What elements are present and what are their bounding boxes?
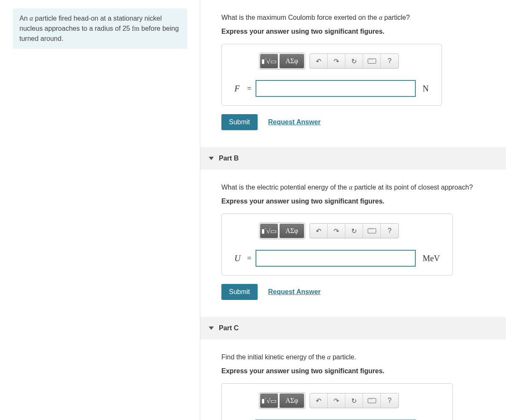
equals-sign: = <box>247 84 251 93</box>
part-b-title: Part B <box>219 155 239 162</box>
keyboard-button[interactable] <box>363 224 381 238</box>
toolbar-group-actions: ↶ ↷ ↻ ? <box>310 393 399 408</box>
request-answer-link[interactable]: Request Answer <box>268 118 321 126</box>
part-a-instruction: Express your answer using two significan… <box>221 28 493 35</box>
answer-input-a[interactable] <box>256 80 416 97</box>
part-c-instruction: Express your answer using two significan… <box>221 367 493 375</box>
request-answer-link[interactable]: Request Answer <box>268 288 321 296</box>
toolbar-group-math: ▮▫√▭ ΑΣφ <box>259 222 305 239</box>
part-c-title: Part C <box>219 324 239 332</box>
part-a-actions: Submit Request Answer <box>221 114 493 130</box>
redo-button[interactable]: ↷ <box>328 54 345 68</box>
part-a-question: What is the maximum Coulomb force exerte… <box>221 13 493 23</box>
unit-fm: fm <box>132 25 140 32</box>
alpha-symbol: α <box>379 14 382 21</box>
submit-button[interactable]: Submit <box>221 114 258 130</box>
greek-button[interactable]: ΑΣφ <box>280 393 304 408</box>
input-row: F = N <box>234 80 429 97</box>
problem-statement: An α particle fired head-on at a station… <box>13 8 187 49</box>
templates-button[interactable]: ▮▫√▭ <box>260 224 278 238</box>
part-c-question: Find the initial kinetic energy of the α… <box>221 352 493 362</box>
part-b-content: What is the electric potential energy of… <box>200 170 506 317</box>
input-row: U = MeV <box>234 250 440 267</box>
alpha-symbol: α <box>327 353 331 361</box>
keyboard-button[interactable] <box>363 393 381 408</box>
equation-toolbar: ▮▫√▭ ΑΣφ ↶ ↷ ↻ ? <box>234 222 440 239</box>
equation-toolbar: ▮▫√▭ ΑΣφ ↶ ↷ ↻ ? <box>234 53 429 70</box>
part-c-header[interactable]: Part C <box>200 317 506 340</box>
caret-down-icon <box>209 326 214 330</box>
toolbar-group-math: ▮▫√▭ ΑΣφ <box>259 53 305 70</box>
part-b-instruction: Express your answer using two significan… <box>221 198 493 205</box>
redo-button[interactable]: ↷ <box>328 393 345 408</box>
variable-label: U <box>234 254 243 263</box>
part-b-actions: Submit Request Answer <box>221 284 493 300</box>
submit-button[interactable]: Submit <box>221 284 258 300</box>
keyboard-icon <box>368 398 376 403</box>
part-a-answer-box: ▮▫√▭ ΑΣφ ↶ ↷ ↻ ? F = N <box>221 44 442 106</box>
greek-button[interactable]: ΑΣφ <box>280 224 304 238</box>
keyboard-icon <box>368 228 376 233</box>
variable-label: F <box>234 84 243 94</box>
unit-label: N <box>423 84 428 94</box>
reset-button[interactable]: ↻ <box>345 54 363 68</box>
unit-label: MeV <box>423 254 440 263</box>
part-b-question: What is the electric potential energy of… <box>221 182 493 193</box>
part-c-content: Find the initial kinetic energy of the α… <box>200 340 506 420</box>
reset-button[interactable]: ↻ <box>345 224 363 238</box>
part-c-answer-box: ▮▫√▭ ΑΣφ ↶ ↷ ↻ ? K = MeV <box>221 383 453 420</box>
undo-button[interactable]: ↶ <box>310 54 328 68</box>
help-button[interactable]: ? <box>381 224 398 238</box>
left-column: An α particle fired head-on at a station… <box>0 0 200 420</box>
alpha-symbol: α <box>349 184 352 191</box>
help-button[interactable]: ? <box>381 393 398 408</box>
problem-text: An <box>19 15 30 22</box>
toolbar-group-actions: ↶ ↷ ↻ ? <box>310 223 399 238</box>
templates-button[interactable]: ▮▫√▭ <box>260 54 278 68</box>
answer-input-b[interactable] <box>256 250 416 267</box>
templates-button[interactable]: ▮▫√▭ <box>260 393 278 408</box>
right-column: What is the maximum Coulomb force exerte… <box>200 0 506 420</box>
redo-button[interactable]: ↷ <box>328 224 345 238</box>
undo-button[interactable]: ↶ <box>310 393 328 408</box>
equals-sign: = <box>247 254 251 263</box>
part-b-answer-box: ▮▫√▭ ΑΣφ ↶ ↷ ↻ ? U = MeV <box>221 214 453 276</box>
equation-toolbar: ▮▫√▭ ΑΣφ ↶ ↷ ↻ ? <box>234 392 440 409</box>
caret-down-icon <box>209 157 214 160</box>
part-a-content: What is the maximum Coulomb force exerte… <box>200 0 506 147</box>
keyboard-button[interactable] <box>363 54 381 68</box>
toolbar-group-actions: ↶ ↷ ↻ ? <box>310 54 399 69</box>
toolbar-group-math: ▮▫√▭ ΑΣφ <box>259 392 305 409</box>
undo-button[interactable]: ↶ <box>310 224 328 238</box>
help-button[interactable]: ? <box>381 54 398 68</box>
part-b-header[interactable]: Part B <box>200 147 506 170</box>
keyboard-icon <box>368 59 376 64</box>
reset-button[interactable]: ↻ <box>345 393 363 408</box>
greek-button[interactable]: ΑΣφ <box>280 54 304 68</box>
